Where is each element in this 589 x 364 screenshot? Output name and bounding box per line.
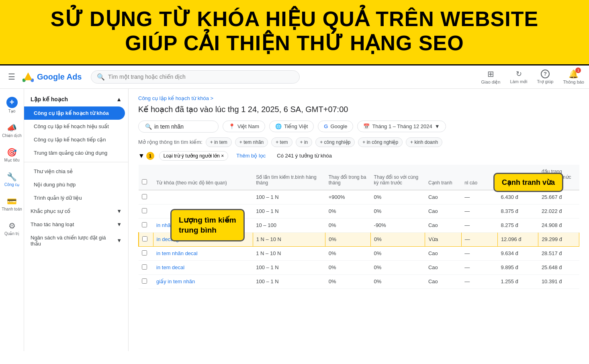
sidebar-icon-cong-cu[interactable]: 🔧 Công cụ (0, 168, 24, 191)
row-bid2-cell: 6.430 đ (497, 190, 538, 204)
keyword-link[interactable]: in decal giá rẻ (157, 236, 190, 242)
topbar-action-giao-dien[interactable]: ⊞ Giao diện (481, 69, 501, 85)
keyword-link[interactable]: giấy in tem nhãn (156, 278, 195, 284)
topbar-actions: ⊞ Giao diện ↻ Làm mới ? Trợ giúp 🔔 1 Thô… (481, 69, 584, 85)
sidebar-section-lap-ke-hoach[interactable]: Lập kế hoạch ▲ (24, 92, 128, 106)
expand-chip-cong-nghiep[interactable]: + công nghiệp (315, 137, 355, 147)
sidebar-item-bulk-actions[interactable]: Thao tác hàng loạt ▼ (24, 218, 128, 231)
main-layout: + Tạo 📣 Chiến dịch 🎯 Mục tiêu 🔧 Công cụ … (0, 89, 589, 351)
nav-divider-1 (24, 162, 128, 162)
search-keyword-chip[interactable]: 🔍 in tem nhãn (138, 121, 219, 133)
expand-chip-tem[interactable]: + tem (271, 137, 292, 147)
row-checkbox[interactable] (142, 222, 147, 227)
search-input[interactable] (108, 74, 294, 80)
row-comp-cell: Cao (425, 190, 461, 204)
cong-cu-icon: 🔧 (7, 172, 17, 182)
sidebar-icon-chien-dich[interactable]: 📣 Chiến dịch (0, 119, 24, 142)
row-checkbox[interactable] (142, 208, 147, 213)
banner-title-line2: GIÚP CẢI THIỆN THỨ HẠNG SEO (8, 31, 581, 55)
breadcrumb[interactable]: Công cụ lập kế hoạch từ khóa > (138, 95, 579, 101)
sidebar-item-reach-planner[interactable]: Công cụ lập kế hoạch tiếp cận (24, 133, 125, 146)
row-bid1-cell: — (461, 204, 497, 218)
row-bid3-cell: 25.648 đ (538, 260, 579, 274)
th-nl-cao: nl cáo (461, 165, 497, 190)
sidebar-icon-tao[interactable]: + Tạo (0, 93, 24, 117)
sidebar-item-performance-planner[interactable]: Công cụ lập kế hoạch hiệu suất (24, 120, 125, 133)
search-chip-icon: 🔍 (145, 123, 152, 130)
row-check-cell[interactable] (139, 190, 153, 204)
add-filter-button[interactable]: Thêm bộ lọc (233, 151, 269, 160)
row-comp-cell: Cao (425, 260, 461, 274)
search-chip-value: in tem nhãn (154, 123, 184, 130)
row-yoy-cell: 0% (371, 204, 425, 218)
sidebar-icons: + Tạo 📣 Chiến dịch 🎯 Mục tiêu 🔧 Công cụ … (0, 89, 24, 351)
keyword-link[interactable]: in tem nhãn decal (156, 250, 198, 256)
row-check-cell[interactable] (139, 246, 153, 260)
expand-chip-in[interactable]: + in (296, 137, 313, 147)
row-checkbox[interactable] (142, 194, 147, 199)
location-icon: 📍 (229, 123, 235, 129)
th-change3m: Thay đổi trong ba tháng (325, 165, 371, 190)
row-checkbox[interactable] (142, 264, 147, 270)
row-change3m-cell: 0% (325, 260, 371, 274)
sidebar-item-suitable-content[interactable]: Nội dung phù hợp (24, 178, 125, 191)
giao-dien-icon: ⊞ (487, 69, 494, 79)
row-checkbox[interactable] (142, 250, 147, 256)
quan-tri-icon: ⚙ (8, 221, 16, 231)
thanh-toan-label: Thanh toán (2, 207, 22, 211)
row-bid1-cell: — (461, 260, 497, 274)
keyword-table: Từ khóa (theo mức độ liên quan) Số lần t… (138, 165, 579, 289)
country-filter-chip[interactable]: 📍 Việt Nam (223, 121, 265, 132)
row-checkbox[interactable] (142, 236, 147, 241)
keyword-link[interactable]: in nhãn dán sản phẩm (156, 222, 209, 228)
select-all-checkbox[interactable] (142, 179, 147, 184)
sidebar-item-budget-bidding[interactable]: Ngân sách và chiến lược đặt giá thầu ▼ (24, 231, 128, 250)
thanh-toan-icon: 💳 (7, 196, 17, 206)
sidebar-icon-muc-tieu[interactable]: 🎯 Mục tiêu (0, 143, 24, 166)
row-check-cell[interactable] (139, 232, 153, 246)
sidebar-item-keyword-planner[interactable]: Công cụ lập kế hoạch từ khóa (24, 106, 125, 120)
row-vol-cell: 100 – 1 N (253, 204, 325, 218)
sidebar-item-shared-library[interactable]: Thư viện chia sẻ (24, 165, 125, 178)
topbar-action-tro-giup[interactable]: ? Trợ giúp (537, 70, 554, 84)
language-filter-chip[interactable]: 🌐 Tiếng Việt (269, 121, 314, 132)
row-bid1-cell: — (461, 218, 497, 232)
sidebar-icon-thanh-toan[interactable]: 💳 Thanh toán (0, 192, 24, 215)
sidebar-icon-quan-tri[interactable]: ⚙ Quản trị (0, 217, 24, 240)
sidebar-item-app-center[interactable]: Trung tâm quảng cáo ứng dụng (24, 146, 125, 160)
sidebar-item-fix-issues[interactable]: Khắc phục sự cố ▼ (24, 204, 128, 218)
topbar-action-lam-moi[interactable]: ↻ Làm mới (510, 70, 528, 84)
row-check-cell[interactable] (139, 260, 153, 274)
expand-chip-tem-nhan[interactable]: + tem nhãn (235, 137, 268, 147)
sidebar-item-data-manager[interactable]: Trình quản lý dữ liệu (24, 191, 125, 204)
date-filter-chip[interactable]: 📅 Tháng 1 – Tháng 12 2024 ▼ (357, 121, 446, 132)
expand-chip-in-cong-nghiep[interactable]: + in công nghiệp (358, 137, 403, 147)
expand-chip-kinh-doanh[interactable]: + kinh doanh (406, 137, 442, 147)
remove-adult-filter-chip[interactable]: Loại trừ ý tưởng người lớn × (159, 151, 228, 161)
table-wrapper: Cạnh tranh vừa Lượng tìm kiếm trung bình… (138, 165, 579, 289)
filter-bar: 🔍 in tem nhãn 📍 Việt Nam 🌐 Tiếng Việt G … (138, 121, 579, 133)
keyword-link[interactable]: in tem decal (156, 264, 184, 270)
row-comp-cell: Cao (425, 246, 461, 260)
row-checkbox[interactable] (142, 278, 147, 284)
network-filter-chip[interactable]: G Google (318, 121, 353, 132)
filter-funnel: ▼ 1 (138, 152, 154, 160)
row-keyword-cell: in decal giá rẻ (153, 232, 253, 246)
menu-icon[interactable]: ☰ (5, 69, 18, 85)
th-keyword: Từ khóa (theo mức độ liên quan) (153, 165, 253, 190)
row-check-cell[interactable] (139, 274, 153, 288)
topbar-action-thong-bao[interactable]: 🔔 1 Thông báo (563, 69, 584, 84)
filter-row: ▼ 1 Loại trừ ý tưởng người lớn × Thêm bộ… (138, 151, 579, 161)
table-header-row: Từ khóa (theo mức độ liên quan) Số lần t… (139, 165, 579, 190)
topbar-search-bar[interactable]: 🔍 (91, 70, 300, 84)
expand-chip-in-tem[interactable]: + in tem (206, 137, 232, 147)
row-check-cell[interactable] (139, 218, 153, 232)
row-keyword-cell: giấy in tem nhãn (153, 274, 253, 288)
thong-bao-label: Thông báo (563, 80, 584, 84)
row-check-cell[interactable] (139, 204, 153, 218)
row-change3m-cell: +900% (325, 190, 371, 204)
banner-title-line1: SỬ DỤNG TỪ KHÓA HIỆU QUẢ TRÊN WEBSITE (8, 7, 581, 31)
giao-dien-label: Giao diện (481, 80, 501, 85)
row-bid1-cell: — (461, 274, 497, 288)
row-vol-cell: 1 N – 10 N (253, 232, 325, 246)
